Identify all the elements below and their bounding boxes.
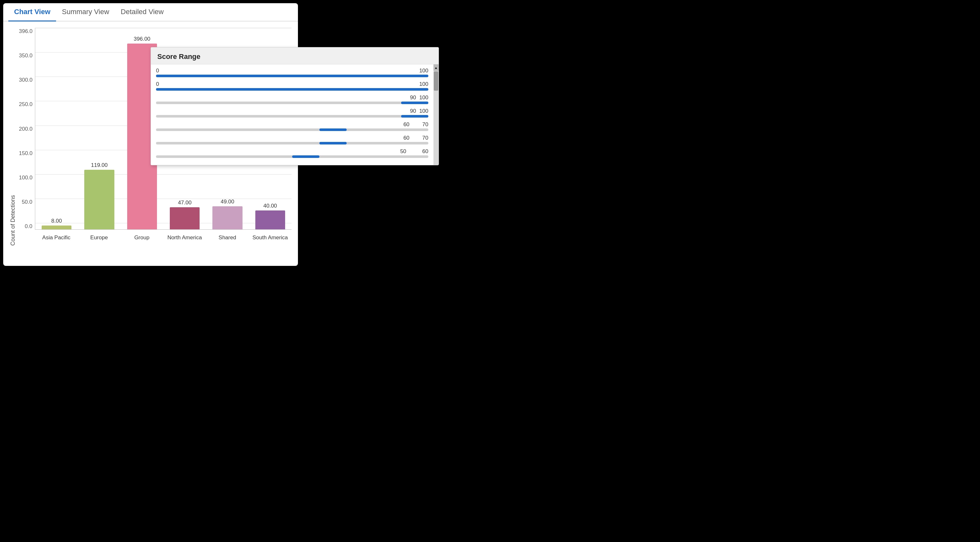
score-right-6: 60 (422, 148, 428, 155)
y-axis-label: Count of Detections (10, 28, 16, 246)
score-right-2: 100 (419, 94, 428, 101)
score-track-5[interactable] (156, 142, 428, 145)
score-row-4: 60 70 (156, 121, 428, 131)
score-track-4[interactable] (156, 129, 428, 131)
score-nums-5: 60 70 (156, 135, 428, 141)
y-tick-8: 0.0 (19, 223, 35, 230)
score-nums-1: 0 100 (156, 81, 428, 87)
bar-shared: 49.00 (206, 199, 248, 229)
y-tick-2: 300.0 (19, 77, 35, 83)
score-track-0[interactable] (156, 75, 428, 77)
score-row-1: 0 100 (156, 81, 428, 91)
score-fill-4 (320, 129, 347, 131)
tab-bar: Chart View Summary View Detailed View (3, 3, 298, 21)
tab-detailed-view[interactable]: Detailed View (115, 3, 169, 21)
scrollbar-up-arrow[interactable]: ▲ (433, 64, 439, 71)
score-range-body: 0 100 0 100 (151, 64, 439, 165)
score-left-1: 0 (156, 81, 159, 87)
bar-south-america: 40.00 (249, 203, 291, 229)
score-row-3: 90 100 (156, 108, 428, 118)
score-right-0: 100 (419, 68, 428, 74)
scrollbar-thumb[interactable] (434, 72, 438, 91)
bar-rect-north-america (170, 207, 200, 229)
score-left-6: 50 (400, 148, 406, 155)
y-tick-6: 100.0 (19, 175, 35, 181)
score-range-content[interactable]: 0 100 0 100 (151, 64, 433, 165)
x-label-shared: Shared (206, 234, 249, 241)
bar-rect-europe (84, 170, 114, 229)
score-row-6: 50 60 (156, 148, 428, 158)
x-label-south-america: South America (249, 234, 292, 241)
score-fill-6 (292, 155, 320, 158)
score-track-2[interactable] (156, 102, 428, 104)
score-track-3[interactable] (156, 115, 428, 118)
score-left-0: 0 (156, 68, 159, 74)
bar-rect-asia-pacific (41, 226, 72, 229)
bar-europe: 119.00 (78, 162, 121, 229)
score-fill-2 (401, 102, 428, 104)
bar-rect-south-america (255, 210, 285, 229)
score-nums-0: 0 100 (156, 68, 428, 74)
score-track-1[interactable] (156, 88, 428, 91)
bar-rect-shared (212, 206, 242, 229)
score-row-5: 60 70 (156, 135, 428, 145)
x-label-europe: Europe (78, 234, 121, 241)
y-tick-5: 150.0 (19, 150, 35, 157)
y-tick-0: 396.0 (19, 28, 35, 35)
score-nums-3: 90 100 (156, 108, 428, 114)
score-fill-1 (156, 88, 428, 91)
score-nums-6: 50 60 (156, 148, 428, 155)
score-row-0: 0 100 (156, 68, 428, 77)
score-range-title: Score Range (151, 48, 439, 64)
score-nums-2: 90 100 (156, 94, 428, 101)
score-right-5: 70 (422, 135, 428, 141)
score-left-3: 90 (410, 108, 416, 114)
bar-north-america: 47.00 (163, 200, 206, 229)
score-fill-0 (156, 75, 428, 77)
tab-summary-view[interactable]: Summary View (56, 3, 115, 21)
y-tick-1: 350.0 (19, 52, 35, 59)
bar-value-europe: 119.00 (91, 162, 108, 168)
score-row-2: 90 100 (156, 94, 428, 104)
score-right-1: 100 (419, 81, 428, 87)
score-right-4: 70 (422, 121, 428, 128)
main-card: Chart View Summary View Detailed View Co… (3, 3, 298, 266)
score-left-5: 60 (403, 135, 409, 141)
score-fill-3 (401, 115, 428, 118)
x-label-north-america: North America (163, 234, 206, 241)
x-label-asia-pacific: Asia Pacific (35, 234, 78, 241)
score-left-2: 90 (410, 94, 416, 101)
y-tick-7: 50.0 (19, 199, 35, 205)
chart-area: Count of Detections 396.0 350.0 300.0 (3, 21, 298, 249)
tab-chart-view[interactable]: Chart View (8, 3, 56, 21)
x-label-group: Group (121, 234, 163, 241)
score-track-6[interactable] (156, 155, 428, 158)
bar-value-group: 396.00 (134, 36, 150, 42)
score-nums-4: 60 70 (156, 121, 428, 128)
score-left-4: 60 (403, 121, 409, 128)
bar-value-asia-pacific: 8.00 (51, 218, 62, 224)
bar-value-south-america: 40.00 (263, 203, 277, 209)
bar-asia-pacific: 8.00 (35, 218, 78, 229)
bar-value-north-america: 47.00 (178, 200, 192, 206)
y-tick-3: 250.0 (19, 101, 35, 108)
y-tick-4: 200.0 (19, 126, 35, 132)
scrollbar: ▲ (433, 64, 439, 165)
score-right-3: 100 (419, 108, 428, 114)
score-range-panel: Score Range 0 100 (151, 47, 439, 165)
bar-value-shared: 49.00 (221, 199, 234, 205)
score-fill-5 (320, 142, 347, 145)
